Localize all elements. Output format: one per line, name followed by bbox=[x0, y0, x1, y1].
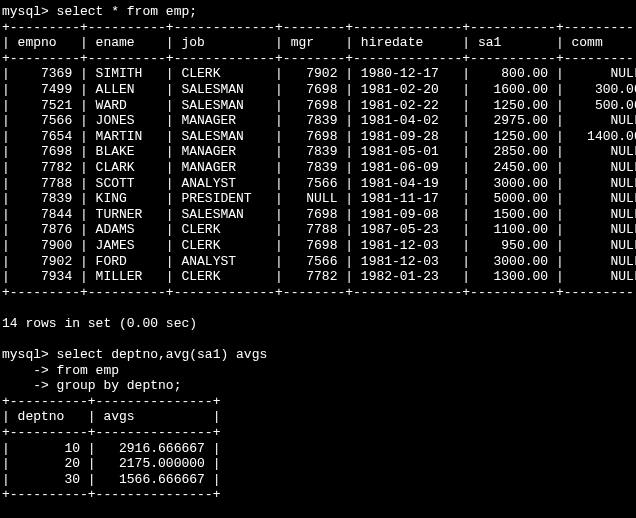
mysql-terminal[interactable]: mysql> select * from emp; +---------+---… bbox=[0, 0, 636, 518]
